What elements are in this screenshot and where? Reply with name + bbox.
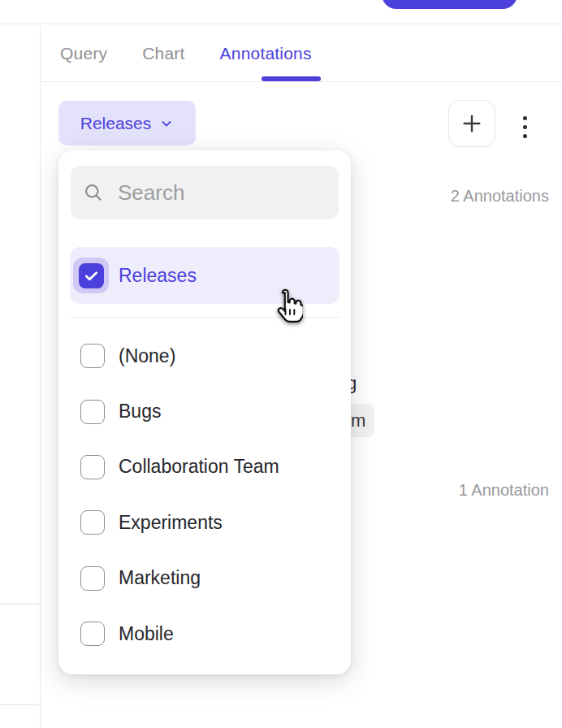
search-icon bbox=[82, 181, 105, 204]
dropdown-item-marketing[interactable]: Marketing bbox=[58, 551, 351, 606]
checkbox-unchecked[interactable] bbox=[80, 510, 105, 535]
tab-query[interactable]: Query bbox=[60, 44, 107, 63]
kebab-dot bbox=[523, 134, 527, 138]
tab-annotations[interactable]: Annotations bbox=[220, 44, 312, 63]
kebab-dot bbox=[523, 125, 527, 129]
sidebar-divider bbox=[0, 604, 41, 604]
checkbox-unchecked[interactable] bbox=[80, 566, 105, 591]
dropdown-item-label: Experiments bbox=[119, 512, 223, 534]
checkbox-unchecked[interactable] bbox=[80, 400, 105, 424]
checkbox-focus-halo bbox=[73, 258, 109, 293]
sidebar-divider bbox=[0, 704, 41, 705]
annotation-count-bottom: 1 Annotation bbox=[459, 481, 549, 500]
checkmark-icon bbox=[83, 267, 100, 284]
dropdown-item-none[interactable]: (None) bbox=[58, 328, 351, 384]
plus-icon bbox=[460, 111, 484, 136]
checkbox-unchecked[interactable] bbox=[80, 344, 105, 368]
dropdown-item-releases[interactable]: Releases bbox=[70, 247, 339, 304]
dropdown-divider bbox=[70, 317, 339, 318]
dropdown-item-collaboration-team[interactable]: Collaboration Team bbox=[58, 440, 351, 495]
kebab-dot bbox=[523, 116, 527, 120]
dropdown-item-experiments[interactable]: Experiments bbox=[58, 495, 351, 550]
tab-bar: Query Chart Annotations bbox=[41, 25, 562, 82]
more-options-button[interactable] bbox=[517, 111, 533, 142]
search-box[interactable] bbox=[71, 166, 339, 219]
releases-filter-button[interactable]: Releases bbox=[58, 101, 196, 145]
add-annotation-button[interactable] bbox=[448, 100, 495, 147]
left-sidebar bbox=[0, 25, 41, 728]
dropdown-list: (None)BugsCollaboration TeamExperimentsM… bbox=[58, 328, 351, 661]
occluded-chip-text: m bbox=[351, 410, 365, 431]
annotation-filter-dropdown: Releases (None)BugsCollaboration TeamExp… bbox=[58, 150, 351, 674]
primary-action-button[interactable] bbox=[382, 0, 517, 9]
active-tab-indicator bbox=[262, 76, 321, 81]
checkbox-checked[interactable] bbox=[79, 263, 104, 288]
dropdown-item-label: Collaboration Team bbox=[119, 456, 279, 478]
top-header bbox=[0, 0, 562, 24]
checkbox-unchecked[interactable] bbox=[80, 622, 105, 646]
dropdown-item-label: Mobile bbox=[119, 623, 174, 645]
dropdown-item-bugs[interactable]: Bugs bbox=[58, 384, 351, 439]
dropdown-item-label: (None) bbox=[119, 345, 175, 367]
tab-chart[interactable]: Chart bbox=[142, 44, 184, 63]
app-window: Query Chart Annotations Releases 2 Annot… bbox=[0, 0, 562, 728]
annotation-count-top: 2 Annotations bbox=[451, 187, 549, 206]
search-input[interactable] bbox=[118, 180, 390, 206]
dropdown-item-mobile[interactable]: Mobile bbox=[58, 606, 351, 661]
dropdown-item-label: Releases bbox=[119, 265, 197, 287]
chevron-down-icon bbox=[159, 116, 174, 131]
dropdown-item-label: Marketing bbox=[119, 567, 201, 589]
checkbox-unchecked[interactable] bbox=[80, 455, 105, 479]
dropdown-item-label: Bugs bbox=[119, 401, 161, 422]
releases-filter-label: Releases bbox=[80, 114, 152, 133]
